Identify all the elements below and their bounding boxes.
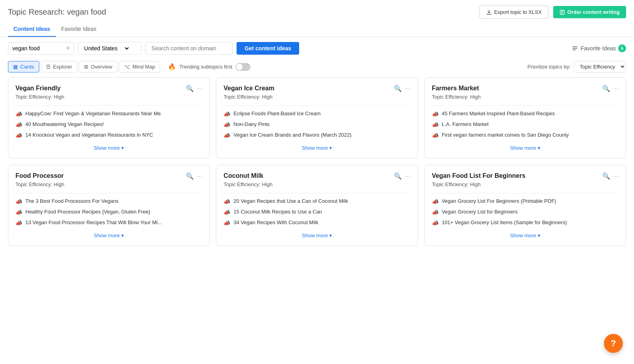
export-button[interactable]: Export topic to XLSX bbox=[479, 6, 548, 19]
search-icon[interactable]: 🔍 bbox=[602, 85, 610, 92]
card-item: 📣 13 Vegan Food Processor Recipes That W… bbox=[15, 219, 202, 226]
explorer-icon: ☰ bbox=[46, 64, 51, 70]
card-actions: 🔍 ··· bbox=[186, 172, 202, 180]
more-icon[interactable]: ··· bbox=[405, 173, 410, 180]
show-more-button[interactable]: Show more ▾ bbox=[223, 233, 410, 238]
search-icon[interactable]: 🔍 bbox=[186, 85, 194, 92]
more-icon[interactable]: ··· bbox=[405, 85, 410, 92]
topic-search-input[interactable] bbox=[12, 45, 64, 51]
explorer-label: Explorer bbox=[53, 64, 72, 70]
card-item-text: 101+ Vegan Grocery List Items (Sample fo… bbox=[442, 219, 567, 225]
megaphone-icon: 📣 bbox=[223, 132, 230, 139]
card-item-text: Eclipse Foods Plant-Based Ice Cream bbox=[233, 111, 321, 116]
card-efficiency: Topic Efficiency: High bbox=[432, 94, 619, 100]
country-select-input[interactable]: United States United Kingdom Canada bbox=[82, 45, 130, 52]
get-ideas-button[interactable]: Get content ideas bbox=[237, 42, 299, 55]
view-explorer-button[interactable]: ☰ Explorer bbox=[41, 61, 77, 72]
toggle-knob bbox=[236, 64, 243, 70]
search-icon[interactable]: 🔍 bbox=[602, 172, 610, 180]
prioritize-select[interactable]: Topic Efficiency Volume Difficulty bbox=[574, 61, 626, 72]
card-item-text: 20 Vegan Recipes that Use a Can of Cocon… bbox=[233, 198, 348, 204]
card-item: 📣 L.A. Farmers Market bbox=[432, 121, 619, 128]
favorite-ideas-label: Favorite Ideas bbox=[581, 45, 616, 51]
favorite-ideas-button[interactable]: Favorite Ideas 5 bbox=[572, 44, 626, 52]
megaphone-icon: 📣 bbox=[432, 111, 439, 117]
overview-icon: ⊞ bbox=[84, 64, 88, 70]
tab-content-ideas[interactable]: Content Ideas bbox=[8, 22, 56, 37]
card-item-text: 14 Knockout Vegan and Vegetarian Restaur… bbox=[25, 132, 153, 138]
card-efficiency: Topic Efficiency: High bbox=[223, 94, 410, 100]
card-title: Vegan Food List For Beginners bbox=[432, 172, 525, 179]
view-controls: ▦ Cards ☰ Explorer ⊞ Overview ⌥ Mind Map… bbox=[0, 59, 634, 77]
view-cards-button[interactable]: ▦ Cards bbox=[8, 61, 39, 72]
card-items: 📣 The 3 Best Food Processors For Vegans … bbox=[15, 198, 202, 226]
megaphone-icon: 📣 bbox=[15, 122, 22, 128]
trending-toggle[interactable] bbox=[235, 63, 250, 71]
card-item-text: First vegan farmers market comes to San … bbox=[442, 132, 569, 138]
more-icon[interactable]: ··· bbox=[613, 85, 619, 92]
card-item: 📣 20 Vegan Recipes that Use a Can of Coc… bbox=[223, 198, 410, 205]
megaphone-icon: 📣 bbox=[15, 220, 22, 226]
domain-search-input[interactable] bbox=[145, 42, 233, 55]
search-icon[interactable]: 🔍 bbox=[394, 85, 402, 92]
card-divider bbox=[223, 105, 410, 106]
card-item-text: Vegan Grocery List for Beginners bbox=[442, 209, 518, 215]
tabs-bar: Content Ideas Favorite Ideas bbox=[0, 22, 634, 37]
card-divider bbox=[432, 193, 619, 193]
view-overview-button[interactable]: ⊞ Overview bbox=[79, 61, 117, 72]
page-title: Topic Research: vegan food bbox=[8, 8, 106, 17]
fire-icon: 🔥 bbox=[168, 63, 176, 71]
card-item-text: Non-Dairy Pints bbox=[233, 121, 269, 127]
card-item: 📣 The 3 Best Food Processors For Vegans bbox=[15, 198, 202, 205]
card-items: 📣 HappyCow: Find Vegan & Vegetarian Rest… bbox=[15, 111, 202, 139]
trending-toggle-wrap: 🔥 Trending subtopics first bbox=[168, 63, 250, 71]
search-icon[interactable]: 🔍 bbox=[186, 172, 194, 180]
card-item: 📣 40 Mouthwatering Vegan Recipes! bbox=[15, 121, 202, 128]
order-label: Order content writing bbox=[567, 9, 620, 15]
show-more-button[interactable]: Show more ▾ bbox=[15, 233, 202, 238]
order-icon bbox=[560, 10, 565, 15]
card-item-text: 13 Vegan Food Processor Recipes That Wil… bbox=[25, 219, 162, 225]
card-header: Vegan Friendly 🔍 ··· bbox=[15, 85, 202, 92]
tab-favorite-ideas[interactable]: Favorite Ideas bbox=[56, 22, 102, 37]
export-icon bbox=[486, 10, 492, 15]
card-item-text: Vegan Grocery List For Beginners (Printa… bbox=[442, 198, 556, 204]
megaphone-icon: 📣 bbox=[15, 111, 22, 117]
card-item: 📣 45 Farmers Market-Inspired Plant-Based… bbox=[432, 111, 619, 117]
show-more-button[interactable]: Show more ▾ bbox=[223, 145, 410, 151]
more-icon[interactable]: ··· bbox=[613, 173, 619, 180]
cards-icon: ▦ bbox=[13, 64, 18, 70]
clear-icon[interactable]: × bbox=[66, 45, 70, 52]
card-item-text: 45 Farmers Market-Inspired Plant-Based R… bbox=[442, 111, 555, 116]
show-more-button[interactable]: Show more ▾ bbox=[432, 233, 619, 238]
megaphone-icon: 📣 bbox=[432, 132, 439, 139]
card-0: Vegan Friendly 🔍 ··· Topic Efficiency: H… bbox=[8, 77, 210, 158]
show-more-text: Show more ▾ bbox=[94, 233, 124, 238]
card-item-text: L.A. Farmers Market bbox=[442, 121, 489, 127]
card-3: Food Processor 🔍 ··· Topic Efficiency: H… bbox=[8, 165, 210, 246]
card-item-text: HappyCow: Find Vegan & Vegetarian Restau… bbox=[25, 111, 161, 116]
card-items: 📣 45 Farmers Market-Inspired Plant-Based… bbox=[432, 111, 619, 139]
search-icon[interactable]: 🔍 bbox=[394, 172, 402, 180]
card-item: 📣 Vegan Grocery List for Beginners bbox=[432, 209, 619, 215]
show-more-button[interactable]: Show more ▾ bbox=[432, 145, 619, 151]
more-icon[interactable]: ··· bbox=[197, 85, 202, 92]
country-selector[interactable]: United States United Kingdom Canada bbox=[78, 42, 141, 55]
cards-label: Cards bbox=[20, 64, 34, 70]
card-header: Food Processor 🔍 ··· bbox=[15, 172, 202, 180]
show-more-button[interactable]: Show more ▾ bbox=[15, 145, 202, 151]
card-5: Vegan Food List For Beginners 🔍 ··· Topi… bbox=[424, 165, 626, 246]
show-more-text: Show more ▾ bbox=[302, 145, 332, 151]
megaphone-icon: 📣 bbox=[15, 209, 22, 215]
more-icon[interactable]: ··· bbox=[197, 173, 202, 180]
mindmap-icon: ⌥ bbox=[124, 64, 130, 70]
card-item: 📣 Non-Dairy Pints bbox=[223, 121, 410, 128]
card-header: Farmers Market 🔍 ··· bbox=[432, 85, 619, 92]
card-divider bbox=[15, 105, 202, 106]
view-mindmap-button[interactable]: ⌥ Mind Map bbox=[119, 61, 160, 72]
order-writing-button[interactable]: Order content writing bbox=[553, 6, 626, 18]
title-static: Topic Research: bbox=[8, 8, 65, 16]
card-items: 📣 Vegan Grocery List For Beginners (Prin… bbox=[432, 198, 619, 226]
card-efficiency: Topic Efficiency: High bbox=[15, 181, 202, 187]
card-item-text: Healthy Food Processor Recipes {Vegan, G… bbox=[25, 209, 150, 215]
